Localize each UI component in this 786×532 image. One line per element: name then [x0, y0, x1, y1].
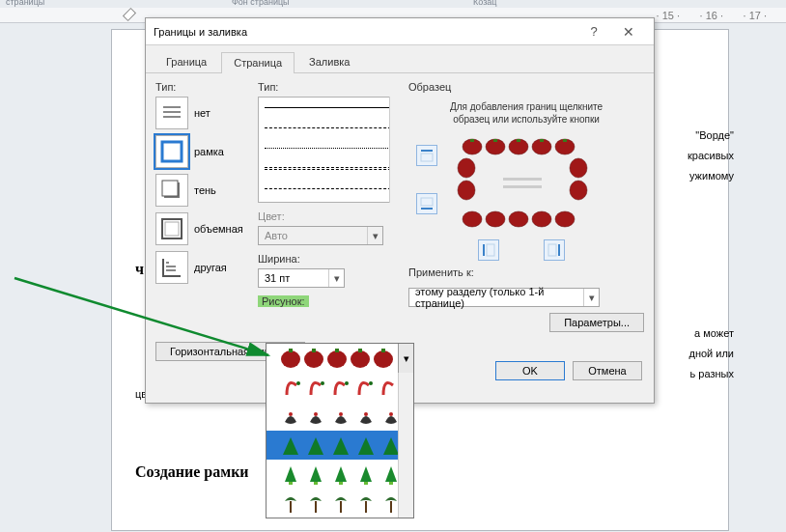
- svg-rect-0: [163, 106, 181, 108]
- applyto-select[interactable]: этому разделу (только 1-й странице) ▾: [408, 288, 600, 307]
- svg-rect-49: [381, 349, 385, 352]
- parameters-button[interactable]: Параметры...: [549, 313, 644, 332]
- art-item-palmtrees[interactable]: [267, 489, 413, 518]
- svg-marker-63: [383, 437, 399, 455]
- setting-3d-label: объемная: [194, 223, 243, 235]
- edge-left-button[interactable]: [478, 239, 499, 261]
- svg-marker-61: [333, 437, 349, 455]
- chevron-down-icon: ▾: [367, 227, 382, 244]
- svg-point-41: [304, 350, 323, 368]
- art-item-xmastrees[interactable]: [267, 431, 413, 460]
- setting-3d[interactable]: объемная: [155, 212, 252, 245]
- setting-custom[interactable]: другая: [155, 251, 252, 284]
- doc-frag: "Ворде": [695, 129, 734, 141]
- preview-canvas[interactable]: [455, 137, 590, 229]
- tab-border[interactable]: Граница: [154, 51, 219, 72]
- dialog-title: Границы и заливка: [154, 26, 576, 38]
- svg-rect-46: [312, 349, 316, 352]
- linestyle-item[interactable]: [265, 127, 396, 128]
- color-value: Авто: [259, 230, 367, 241]
- tab-page[interactable]: Страница: [221, 52, 295, 73]
- svg-rect-13: [421, 208, 433, 210]
- art-item-berries[interactable]: [267, 344, 413, 373]
- svg-point-30: [458, 181, 475, 200]
- svg-rect-37: [563, 139, 567, 142]
- doc-frag: красивых: [688, 150, 734, 161]
- doc-frag: дной или: [688, 348, 734, 359]
- svg-point-55: [314, 412, 318, 416]
- art-dropdown-arrow[interactable]: ▾: [398, 344, 413, 373]
- svg-rect-36: [540, 139, 544, 142]
- width-select[interactable]: 31 пт ▾: [258, 268, 345, 288]
- linestyle-item[interactable]: [265, 107, 396, 108]
- sample-label: Образец: [408, 81, 644, 93]
- setting-none-icon: [155, 97, 188, 129]
- sample-hint: Для добавления границ щелкните образец и…: [449, 100, 604, 126]
- svg-rect-1: [163, 111, 181, 113]
- edge-right-button[interactable]: [544, 239, 565, 261]
- linestyle-item[interactable]: [265, 167, 396, 170]
- edge-bottom-button[interactable]: [416, 193, 437, 214]
- svg-rect-17: [558, 244, 560, 256]
- svg-rect-3: [162, 142, 182, 161]
- svg-rect-33: [470, 139, 474, 142]
- dialog-titlebar[interactable]: Границы и заливка ? ✕: [146, 18, 654, 45]
- setting-shadow-label: тень: [194, 184, 216, 196]
- linestyle-list[interactable]: [258, 97, 403, 203]
- art-item-candycanes[interactable]: [267, 373, 413, 402]
- svg-rect-70: [314, 482, 318, 485]
- setting-none-label: нет: [194, 107, 211, 119]
- svg-rect-72: [364, 482, 368, 485]
- svg-rect-38: [503, 178, 542, 181]
- linestyle-item[interactable]: [265, 188, 396, 189]
- svg-point-32: [570, 181, 587, 200]
- setting-none[interactable]: нет: [155, 97, 252, 129]
- svg-rect-5: [162, 181, 178, 196]
- svg-marker-62: [358, 437, 374, 455]
- svg-point-28: [555, 211, 575, 227]
- svg-point-25: [486, 211, 505, 227]
- art-dropdown-list[interactable]: ▾: [266, 343, 414, 518]
- color-select[interactable]: Авто ▾: [258, 226, 383, 245]
- svg-rect-11: [421, 150, 433, 152]
- linestyle-scrollbar[interactable]: [389, 97, 403, 203]
- setting-3d-icon: [155, 212, 188, 245]
- svg-marker-64: [285, 466, 296, 482]
- setting-shadow[interactable]: тень: [155, 174, 252, 207]
- close-button[interactable]: ✕: [611, 24, 646, 40]
- svg-rect-18: [548, 244, 556, 256]
- svg-rect-71: [339, 482, 343, 485]
- help-button[interactable]: ?: [576, 24, 611, 39]
- sample-preview: [408, 131, 611, 266]
- svg-marker-67: [360, 466, 372, 482]
- svg-point-51: [321, 381, 324, 385]
- group-kоzac: Козац: [473, 0, 496, 7]
- svg-rect-47: [335, 349, 339, 352]
- ruler-mark-16: · 16 ·: [700, 10, 723, 21]
- svg-rect-16: [487, 244, 494, 256]
- chevron-down-icon: ▾: [583, 289, 599, 306]
- chevron-down-icon: ▾: [328, 269, 344, 287]
- linestyle-item[interactable]: [265, 148, 396, 149]
- svg-rect-34: [493, 139, 497, 142]
- svg-rect-8: [166, 262, 169, 264]
- setting-label: Тип:: [155, 81, 252, 93]
- svg-point-27: [532, 211, 551, 227]
- art-item-birds[interactable]: [267, 402, 413, 431]
- ruler-mark-17: · 17 ·: [744, 10, 767, 21]
- art-item-green-trees[interactable]: [267, 460, 413, 489]
- cancel-button[interactable]: Отмена: [573, 361, 642, 380]
- art-label: Рисунок:: [258, 295, 309, 307]
- setting-box-label: рамка: [194, 146, 224, 157]
- svg-rect-12: [421, 154, 433, 161]
- ok-button[interactable]: OK: [495, 361, 565, 380]
- edge-top-button[interactable]: [416, 145, 437, 166]
- svg-point-29: [458, 158, 475, 178]
- dialog-tabs: Граница Страница Заливка: [146, 45, 654, 73]
- setting-custom-label: другая: [194, 262, 227, 273]
- tab-shading[interactable]: Заливка: [296, 51, 362, 72]
- setting-box[interactable]: рамка: [155, 135, 252, 168]
- width-value: 31 пт: [259, 272, 328, 284]
- svg-point-50: [296, 381, 300, 385]
- svg-rect-9: [166, 266, 176, 267]
